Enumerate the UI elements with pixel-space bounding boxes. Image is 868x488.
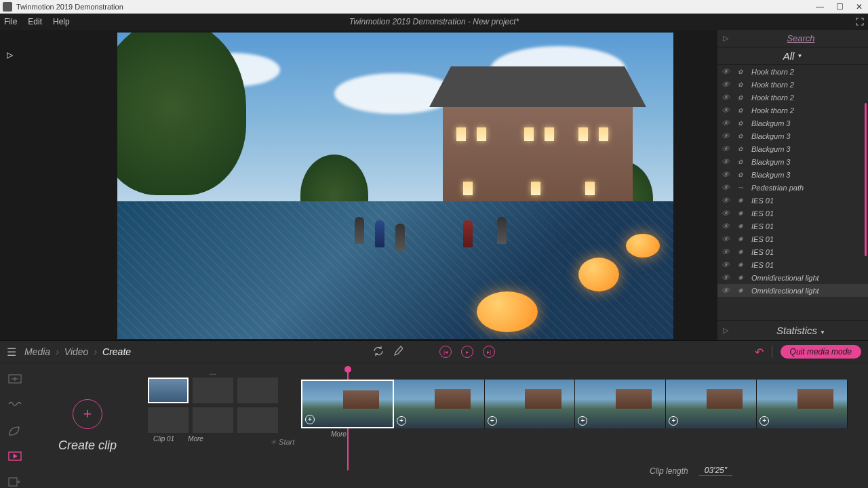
clip-01-label: Clip 01 — [153, 435, 174, 443]
add-keyframe-icon[interactable]: + — [305, 415, 315, 424]
filter-dropdown[interactable]: All ▼ — [717, 47, 868, 65]
add-keyframe-icon[interactable]: + — [578, 416, 587, 426]
dock-menu-icon[interactable]: ☰ — [7, 346, 16, 359]
visibility-toggle-icon[interactable]: 👁 — [722, 170, 734, 180]
close-button[interactable]: ✕ — [856, 2, 863, 12]
visibility-toggle-icon[interactable]: 👁 — [722, 144, 734, 154]
visibility-toggle-icon[interactable]: 👁 — [722, 222, 734, 231]
add-keyframe-icon[interactable]: + — [669, 416, 678, 426]
maximize-button[interactable]: ☐ — [836, 2, 844, 12]
tool-export-icon[interactable] — [8, 477, 22, 488]
refresh-icon[interactable] — [373, 346, 384, 358]
expand-icon[interactable]: ▷ — [717, 34, 734, 43]
crumb-video[interactable]: Video — [64, 346, 89, 357]
play-button[interactable]: ▸ — [461, 346, 473, 358]
search-field[interactable]: Search — [734, 33, 868, 43]
visibility-toggle-icon[interactable]: 👁 — [722, 93, 734, 102]
scene-item[interactable]: 👁✿Hook thorn 2 — [717, 104, 868, 117]
clip-slot-empty[interactable] — [193, 378, 233, 403]
scene-item[interactable]: 👁✺IES 01 — [717, 245, 868, 258]
tool-wave-icon[interactable] — [8, 400, 22, 411]
scene-item[interactable]: 👁✿Blackgum 3 — [717, 155, 868, 168]
breadcrumb: Media › Video › Create — [24, 346, 131, 357]
scene-item[interactable]: 👁✿Hook thorn 2 — [717, 65, 868, 78]
scene-item[interactable]: 👁✿Hook thorn 2 — [717, 91, 868, 104]
quit-media-button[interactable]: Quit media mode — [781, 345, 861, 359]
keyframe[interactable]: + — [666, 380, 757, 428]
scene-list[interactable]: 👁✿Hook thorn 2👁✿Hook thorn 2👁✿Hook thorn… — [717, 65, 868, 320]
keyframe[interactable]: + — [757, 380, 848, 428]
keyframe[interactable]: + — [575, 380, 666, 428]
visibility-toggle-icon[interactable]: 👁 — [722, 260, 734, 270]
scene-item[interactable]: 👁✿Hook thorn 2 — [717, 78, 868, 91]
statistics-row[interactable]: ▷ Statistics▼ — [717, 320, 868, 340]
clip-slot-empty[interactable] — [193, 407, 233, 433]
visibility-toggle-icon[interactable]: 👁 — [722, 196, 734, 205]
clip-slot-empty[interactable] — [237, 407, 278, 433]
tool-media-icon[interactable] — [8, 451, 22, 462]
crumb-media[interactable]: Media — [24, 346, 50, 357]
visibility-toggle-icon[interactable]: 👁 — [722, 209, 734, 218]
brush-icon[interactable] — [393, 346, 403, 358]
add-keyframe-icon[interactable]: + — [397, 416, 406, 426]
3d-viewport[interactable] — [117, 33, 673, 339]
statistics-label: Statistics — [776, 325, 817, 336]
tool-import-icon[interactable] — [8, 374, 22, 385]
scene-item[interactable]: 👁✿Blackgum 3 — [717, 142, 868, 155]
more-dots[interactable]: … — [145, 369, 281, 376]
create-clip-button[interactable]: + — [73, 399, 102, 429]
visibility-toggle-icon[interactable]: 👁 — [722, 235, 734, 244]
clip-slot-empty[interactable] — [237, 378, 278, 403]
visibility-toggle-icon[interactable]: 👁 — [722, 106, 734, 115]
timeline-start-label: Start — [270, 438, 294, 447]
keyframe[interactable]: + — [485, 380, 576, 428]
filmstrip[interactable]: + + + + + + — [301, 380, 848, 428]
play-icon[interactable]: ▷ — [7, 50, 13, 60]
undo-icon[interactable]: ↶ — [755, 346, 764, 359]
clip-slot-empty[interactable] — [148, 407, 189, 433]
filmstrip-more[interactable]: More — [331, 430, 848, 438]
scene-item[interactable]: 👁✺IES 01 — [717, 220, 868, 232]
scene-item[interactable]: 👁✺IES 01 — [717, 207, 868, 220]
timeline[interactable]: + + + + + + More Start Clip length 03'25… — [281, 363, 868, 488]
scene-item-label: IES 01 — [751, 209, 774, 218]
scene-item[interactable]: 👁✺Omnidirectional light — [717, 271, 868, 284]
menu-help[interactable]: Help — [53, 17, 70, 26]
prev-keyframe-button[interactable]: |◂ — [439, 346, 452, 358]
scene-item[interactable]: 👁✺IES 01 — [717, 194, 868, 207]
visibility-toggle-icon[interactable]: 👁 — [722, 67, 734, 77]
visibility-toggle-icon[interactable]: 👁 — [722, 157, 734, 167]
keyframe[interactable]: + — [301, 380, 394, 428]
scene-item[interactable]: 👁✿Blackgum 3 — [717, 168, 868, 181]
visibility-toggle-icon[interactable]: 👁 — [722, 119, 734, 128]
keyframe[interactable]: + — [394, 380, 485, 428]
minimize-button[interactable]: — — [816, 2, 824, 12]
more-label[interactable]: More — [188, 435, 203, 443]
add-keyframe-icon[interactable]: + — [488, 416, 497, 426]
clip-length-value[interactable]: 03'25" — [699, 466, 732, 476]
scene-item[interactable]: 👁✺Omnidirectional light — [717, 284, 868, 297]
visibility-toggle-icon[interactable]: 👁 — [722, 183, 734, 192]
scene-item[interactable]: 👁✺IES 01 — [717, 258, 868, 271]
expand-icon[interactable]: ▷ — [717, 326, 734, 335]
visibility-toggle-icon[interactable]: 👁 — [722, 80, 734, 89]
crumb-create[interactable]: Create — [102, 346, 131, 357]
scene-item[interactable]: 👁✿Blackgum 3 — [717, 129, 868, 142]
app-icon — [3, 2, 12, 12]
visibility-toggle-icon[interactable]: 👁 — [722, 273, 734, 283]
fullscreen-icon[interactable] — [856, 18, 864, 26]
dock-body: + Create clip … Clip 01 More + + — [0, 363, 868, 488]
scene-item[interactable]: 👁⤳Pedestrian path — [717, 181, 868, 194]
scene-item[interactable]: 👁✺IES 01 — [717, 232, 868, 245]
add-keyframe-icon[interactable]: + — [760, 416, 769, 426]
visibility-toggle-icon[interactable]: 👁 — [722, 131, 734, 141]
menu-edit[interactable]: Edit — [28, 17, 42, 26]
next-keyframe-button[interactable]: ▸| — [483, 346, 495, 358]
visibility-toggle-icon[interactable]: 👁 — [722, 247, 734, 257]
visibility-toggle-icon[interactable]: 👁 — [722, 286, 734, 296]
scrollbar[interactable] — [865, 65, 867, 320]
clip-thumb-01[interactable] — [148, 378, 189, 403]
menu-file[interactable]: File — [4, 17, 17, 26]
tool-leaf-icon[interactable] — [8, 426, 22, 436]
scene-item[interactable]: 👁✿Blackgum 3 — [717, 117, 868, 129]
